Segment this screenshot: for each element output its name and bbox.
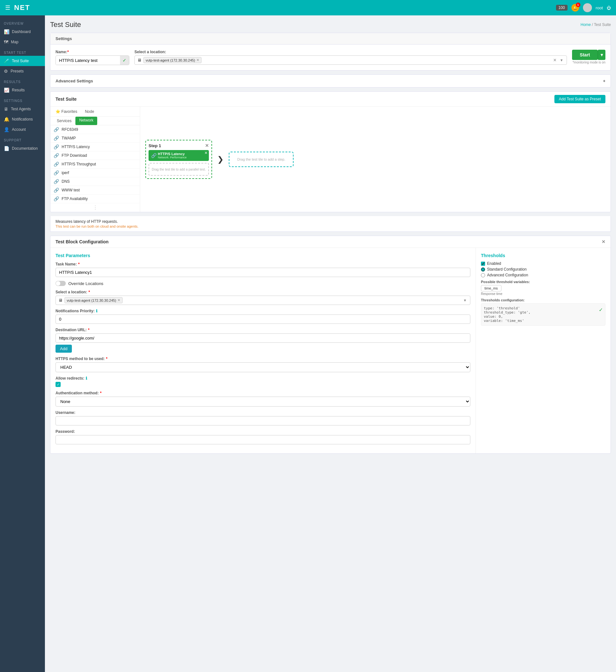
expand-location-sm-btn[interactable]: ▾ xyxy=(463,298,468,303)
override-toggle[interactable] xyxy=(55,281,66,286)
subtab-network[interactable]: Network xyxy=(75,117,97,125)
presets-icon: ⚙ xyxy=(4,69,8,74)
name-input-wrapper: ✓ xyxy=(55,55,129,65)
expand-location-btn[interactable]: ▾ xyxy=(559,58,564,63)
start-dropdown-btn[interactable]: ▾ xyxy=(598,50,605,60)
url-row xyxy=(55,333,470,343)
list-item[interactable]: 🔗 WWW test xyxy=(50,186,140,195)
password-input[interactable] xyxy=(55,435,470,444)
item-icon-twamp: 🔗 xyxy=(54,136,59,141)
sidebar-item-results[interactable]: 📈 Results xyxy=(0,85,45,95)
agent-tag-sm-close[interactable]: ✕ xyxy=(117,298,120,302)
notifications-icon: 🔔 xyxy=(4,117,9,122)
config-close-btn[interactable]: ✕ xyxy=(602,239,605,244)
test-suite-title: Test Suite xyxy=(55,97,77,102)
tile-text: HTTP/S Latency Network: Performance xyxy=(158,152,187,159)
sidebar-item-test-suite[interactable]: 🧪 Test Suite xyxy=(0,56,45,66)
test-suite-area: ⭐ Favorites Node Services Network 🔗 RFC6… xyxy=(50,106,611,212)
step-1-box: Step 1 ✕ ✕ 🔗 HTTP/S Latency Network: Per… xyxy=(145,140,212,179)
standard-config-radio[interactable] xyxy=(481,267,485,272)
https-method-select[interactable]: HEAD GET POST xyxy=(55,362,470,372)
sidebar-item-presets[interactable]: ⚙ Presets xyxy=(0,66,45,76)
next-step-drop-zone[interactable]: Drag the test tile to add a step. xyxy=(229,152,293,167)
hamburger-icon[interactable]: ☰ xyxy=(5,4,10,11)
item-icon-ftp-avail: 🔗 xyxy=(54,196,59,201)
notification-icon[interactable]: 🔔 1 xyxy=(571,4,579,12)
step-1-close[interactable]: ✕ xyxy=(205,143,209,148)
advanced-config-row: Advanced Configuration xyxy=(481,273,605,277)
location-select-sm[interactable]: 🖥 vutp-test-agent (172.30.30.245) ✕ ▾ xyxy=(55,296,470,305)
info-bar: Measures latency of HTTP requests. This … xyxy=(50,216,611,232)
list-item[interactable]: 🔗 FTP Download xyxy=(50,151,140,160)
item-icon-dns: 🔗 xyxy=(54,179,59,184)
sidebar-item-account[interactable]: 👤 Account xyxy=(0,124,45,135)
agent-tag-close[interactable]: ✕ xyxy=(196,58,199,62)
info-icon-notif[interactable]: ℹ xyxy=(96,309,97,313)
agent-tag-label: vutp-test-agent (172.30.30.245) xyxy=(146,58,195,62)
test-items-list: 🔗 RFC6349 🔗 TWAMP 🔗 HTTP/S Latency 🔗 FTP… xyxy=(50,125,140,212)
start-btn-wrapper: Start ▾ xyxy=(572,50,605,60)
test-suite-icon: 🧪 xyxy=(4,58,9,63)
test-agents-icon: 🖥 xyxy=(4,106,8,112)
agent-icon: 🖥 xyxy=(137,58,141,63)
allow-redirects-checkbox[interactable]: ✓ xyxy=(55,382,61,387)
advanced-settings-bar[interactable]: Advanced Settings + xyxy=(50,74,611,88)
notif-priority-input[interactable] xyxy=(55,315,470,324)
sidebar-item-notifications[interactable]: 🔔 Notifications xyxy=(0,114,45,124)
password-field: Password: xyxy=(55,429,470,444)
dashboard-icon: 📊 xyxy=(4,29,9,34)
config-title: Test Block Configuration xyxy=(55,239,108,244)
list-item[interactable]: 🔗 DNS xyxy=(50,177,140,186)
list-item[interactable]: 🔗 FTP Availability xyxy=(50,195,140,203)
parallel-drop-zone[interactable]: Drag the test tile to add a parallel tes… xyxy=(148,163,209,176)
tab-favorites[interactable]: ⭐ Favorites xyxy=(53,108,80,115)
test-tile-close[interactable]: ✕ xyxy=(204,151,207,155)
code-line-1: type: 'threshold' xyxy=(484,306,603,310)
step-1-header: Step 1 ✕ xyxy=(148,143,209,148)
advanced-config-radio[interactable] xyxy=(481,273,485,277)
list-item[interactable]: 🔗 TWAMP xyxy=(50,134,140,143)
top-nav: ☰ NET 100 🔔 1 root ⏻ xyxy=(0,0,616,15)
subtab-services[interactable]: Services xyxy=(53,117,75,125)
name-input[interactable] xyxy=(56,56,120,65)
https-method-label: HTTPS method to be used:* xyxy=(55,357,470,361)
add-preset-button[interactable]: Add Test Suite as Preset xyxy=(554,95,605,103)
avatar[interactable] xyxy=(583,3,592,12)
clear-location-btn[interactable]: ✕ xyxy=(552,58,558,63)
override-label: Override Locations xyxy=(68,281,103,286)
list-item[interactable]: 🔗 iperf xyxy=(50,169,140,177)
list-item[interactable]: 🔗 HTTP/S Throughput xyxy=(50,160,140,169)
sidebar-label-test-agents: Test Agents xyxy=(11,107,31,111)
location-select[interactable]: 🖥 vutp-test-agent (172.30.30.245) ✕ ✕ ▾ xyxy=(134,55,567,65)
enabled-checkbox[interactable] xyxy=(481,262,485,266)
sidebar-item-test-agents[interactable]: 🖥 Test Agents xyxy=(0,104,45,114)
enabled-row: Enabled xyxy=(481,261,605,266)
username-field: Username: xyxy=(55,410,470,425)
sidebar-item-documentation[interactable]: 📄 Documentation xyxy=(0,143,45,154)
thresholds-title: Thresholds xyxy=(481,253,605,258)
page-header: Test Suite Home / Test Suite xyxy=(50,21,611,29)
username-input[interactable] xyxy=(55,416,470,425)
tile-subtitle: Network: Performance xyxy=(158,156,187,159)
item-label-ftp-avail: FTP Availability xyxy=(62,197,88,201)
tab-node[interactable]: Node xyxy=(82,108,97,115)
start-button[interactable]: Start xyxy=(572,50,598,60)
sidebar-section-start-test: START TEST xyxy=(0,47,45,56)
add-url-button[interactable]: Add xyxy=(55,345,72,353)
breadcrumb-home[interactable]: Home xyxy=(580,22,591,27)
power-icon[interactable]: ⏻ xyxy=(607,5,611,10)
sidebar-item-dashboard[interactable]: 📊 Dashboard xyxy=(0,27,45,37)
agent-tag: vutp-test-agent (172.30.30.245) ✕ xyxy=(143,57,201,63)
auth-method-select[interactable]: None Basic xyxy=(55,397,470,407)
threshold-config-label: Thresholds configuration: xyxy=(481,298,605,302)
sidebar-item-map[interactable]: 🗺 Map xyxy=(0,37,45,47)
destination-url-field: Destination URL:* Add xyxy=(55,328,470,353)
advanced-config-label: Advanced Configuration xyxy=(487,273,528,277)
list-item[interactable]: 🔗 RFC6349 xyxy=(50,125,140,134)
task-name-input[interactable] xyxy=(55,268,470,277)
destination-url-input[interactable] xyxy=(55,333,470,343)
list-item[interactable]: 🔗 HTTP/S Latency xyxy=(50,143,140,151)
test-tile-https-latency[interactable]: ✕ 🔗 HTTP/S Latency Network: Performance xyxy=(148,150,209,161)
config-body: Test Parameters Task Name:* Override Loc… xyxy=(50,248,611,453)
info-icon-redirects[interactable]: ℹ xyxy=(86,376,87,381)
